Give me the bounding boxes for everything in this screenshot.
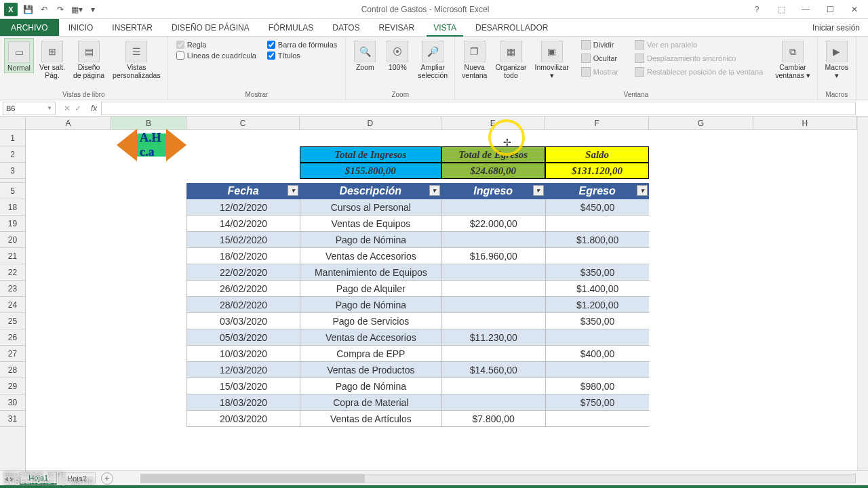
- filter-egreso-icon[interactable]: ▾: [637, 185, 648, 196]
- cell-egreso[interactable]: $1.400,00: [545, 281, 649, 297]
- table-row[interactable]: 15/02/2020Pago de Nómina$1.800,00: [26, 232, 857, 248]
- cell-fecha[interactable]: 10/03/2020: [186, 346, 300, 362]
- cell-descripcion[interactable]: Pago de Nómina: [300, 297, 441, 313]
- filter-ingreso-icon[interactable]: ▾: [533, 185, 544, 196]
- cell-descripcion[interactable]: Ventas de Productos: [300, 362, 441, 378]
- col-A[interactable]: A: [26, 117, 111, 129]
- cell-ingreso[interactable]: [441, 281, 545, 297]
- summary-header-egresos[interactable]: Total de Egresos: [441, 146, 545, 163]
- cell-descripcion[interactable]: Pago de Alquiler: [300, 281, 441, 297]
- cell-fecha[interactable]: 05/03/2020: [186, 329, 300, 346]
- cell-ingreso[interactable]: $22.000,00: [441, 216, 545, 232]
- row-19[interactable]: 19: [0, 216, 25, 232]
- tab-inicio[interactable]: INICIO: [59, 19, 103, 36]
- cell-ingreso[interactable]: [441, 313, 545, 329]
- minimize-icon[interactable]: —: [796, 3, 815, 16]
- cell-egreso[interactable]: [545, 362, 649, 378]
- cancel-fx-icon[interactable]: ✕: [64, 104, 71, 113]
- qat-more-icon[interactable]: ▦▾: [71, 3, 83, 16]
- cell-fecha[interactable]: 28/02/2020: [186, 297, 300, 313]
- table-header-ingreso[interactable]: Ingreso▾: [441, 183, 545, 199]
- split-button[interactable]: Dividir: [578, 39, 621, 50]
- close-icon[interactable]: ✕: [845, 3, 864, 16]
- row-20[interactable]: 20: [0, 232, 25, 248]
- chk-ruler[interactable]: Regla: [176, 41, 256, 49]
- tab-file[interactable]: ARCHIVO: [0, 19, 59, 36]
- cell-egreso[interactable]: $1.800,00: [545, 232, 649, 248]
- tab-desarrollador[interactable]: DESARROLLADOR: [466, 19, 557, 36]
- table-row[interactable]: 10/03/2020Compra de EPP$400,00: [26, 346, 857, 362]
- table-row[interactable]: 03/03/2020Pago de Servicios$350,00: [26, 313, 857, 329]
- tab-diseno[interactable]: DISEÑO DE PÁGINA: [162, 19, 259, 36]
- select-all-corner[interactable]: [0, 117, 26, 130]
- summary-value-saldo[interactable]: $131.120,00: [545, 163, 649, 179]
- table-header-fecha[interactable]: Fecha▾: [186, 183, 300, 199]
- cell-egreso[interactable]: [545, 248, 649, 264]
- cell-ingreso[interactable]: [441, 346, 545, 362]
- redo-icon[interactable]: ↷: [54, 3, 66, 16]
- chk-gridlines[interactable]: Líneas de cuadrícula: [176, 52, 256, 60]
- row-31[interactable]: 31: [0, 411, 25, 427]
- cell-fecha[interactable]: 03/03/2020: [186, 313, 300, 329]
- cell-egreso[interactable]: [545, 329, 649, 346]
- table-row[interactable]: 14/02/2020Ventas de Equipos$22.000,00: [26, 216, 857, 232]
- view-layout-button[interactable]: ▤Diseño de página: [71, 38, 107, 79]
- table-row[interactable]: 28/02/2020Pago de Nómina$1.200,00: [26, 297, 857, 313]
- zoom-100-button[interactable]: ⦿100%: [382, 38, 412, 72]
- cell-egreso[interactable]: $980,00: [545, 378, 649, 394]
- add-sheet-button[interactable]: +: [101, 472, 113, 485]
- filter-desc-icon[interactable]: ▾: [429, 185, 440, 196]
- chk-formula-bar[interactable]: Barra de fórmulas: [267, 41, 337, 49]
- cell-egreso[interactable]: $350,00: [545, 264, 649, 281]
- table-row[interactable]: 22/02/2020Mantenimiento de Equipos$350,0…: [26, 264, 857, 281]
- cell-ingreso[interactable]: $14.560,00: [441, 362, 545, 378]
- undo-icon[interactable]: ↶: [38, 3, 50, 16]
- table-header-egreso[interactable]: Egreso▾: [545, 183, 649, 199]
- col-C[interactable]: C: [186, 117, 300, 129]
- enter-fx-icon[interactable]: ✓: [75, 104, 81, 113]
- vertical-scrollbar[interactable]: [857, 117, 868, 470]
- row-21[interactable]: 21: [0, 248, 25, 264]
- cell-descripcion[interactable]: Copra de Material: [300, 394, 441, 411]
- col-G[interactable]: G: [649, 117, 753, 129]
- view-custom-button[interactable]: ☰Vistas personalizadas: [110, 38, 163, 79]
- hide-button[interactable]: Ocultar: [578, 53, 621, 64]
- cell-egreso[interactable]: $350,00: [545, 313, 649, 329]
- new-window-button[interactable]: ❐Nueva ventana: [459, 38, 490, 79]
- cell-descripcion[interactable]: Ventas de Accesorios: [300, 329, 441, 346]
- cell-ingreso[interactable]: [441, 394, 545, 411]
- summary-header-ingresos[interactable]: Total de Ingresos: [300, 146, 441, 163]
- cell-fecha[interactable]: 12/02/2020: [186, 199, 300, 216]
- table-row[interactable]: 20/03/2020Ventas de Artículos$7.800,00: [26, 411, 857, 427]
- fx-icon[interactable]: fx: [87, 104, 101, 113]
- row-3[interactable]: 3: [0, 163, 25, 179]
- tab-revisar[interactable]: REVISAR: [370, 19, 425, 36]
- save-icon[interactable]: 💾: [22, 3, 34, 16]
- row-27[interactable]: 27: [0, 346, 25, 362]
- spreadsheet-grid[interactable]: A B C D E F G H 1 2 3 5 1819202122232425…: [0, 117, 868, 470]
- col-B[interactable]: B: [111, 117, 186, 129]
- cell-fecha[interactable]: 12/03/2020: [186, 362, 300, 378]
- col-D[interactable]: D: [300, 117, 441, 129]
- table-row[interactable]: 18/02/2020Ventas de Accesorios$16.960,00: [26, 248, 857, 264]
- table-row[interactable]: 05/03/2020Ventas de Accesorios$11.230,00: [26, 329, 857, 346]
- sync-scroll-button[interactable]: Desplazamiento sincrónico: [632, 53, 766, 64]
- view-normal-button[interactable]: ▭Normal: [4, 38, 34, 73]
- row-1[interactable]: 1: [0, 130, 25, 146]
- arrange-all-button[interactable]: ▦Organizar todo: [492, 38, 529, 79]
- cell-egreso[interactable]: $1.200,00: [545, 297, 649, 313]
- col-E[interactable]: E: [441, 117, 545, 129]
- cell-fecha[interactable]: 14/02/2020: [186, 216, 300, 232]
- table-row[interactable]: 12/03/2020Ventas de Productos$14.560,00: [26, 362, 857, 378]
- cell-fecha[interactable]: 15/02/2020: [186, 232, 300, 248]
- cell-ingreso[interactable]: $11.230,00: [441, 329, 545, 346]
- cell-descripcion[interactable]: Ventas de Artículos: [300, 411, 441, 427]
- maximize-icon[interactable]: ☐: [821, 3, 840, 16]
- cell-descripcion[interactable]: Pago de Servicios: [300, 313, 441, 329]
- view-pagebreak-button[interactable]: ⊞Ver salt. Pág.: [37, 38, 68, 79]
- cell-descripcion[interactable]: Ventas de Accesorios: [300, 248, 441, 264]
- signin-link[interactable]: Iniciar sesión: [804, 19, 868, 36]
- cell-descripcion[interactable]: Ventas de Equipos: [300, 216, 441, 232]
- cell-descripcion[interactable]: Cursos al Personal: [300, 199, 441, 216]
- cell-egreso[interactable]: $750,00: [545, 394, 649, 411]
